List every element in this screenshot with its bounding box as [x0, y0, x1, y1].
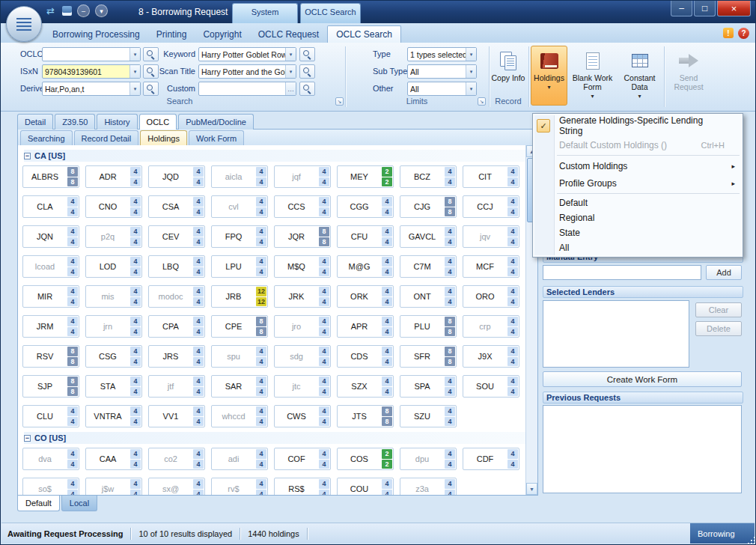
maximize-button[interactable]: □: [694, 1, 716, 16]
holding-cell-whccd[interactable]: whccd44: [211, 405, 268, 427]
holding-cell-cof[interactable]: COF44: [274, 448, 331, 470]
scan-title-input[interactable]: [201, 66, 285, 77]
holding-cell-sdg[interactable]: sdg44: [274, 345, 331, 368]
holding-cell-ont[interactable]: ONT44: [400, 285, 457, 308]
chevron-down-icon[interactable]: ▾: [466, 82, 476, 95]
holding-cell-cgg[interactable]: CGG44: [337, 195, 394, 218]
holding-cell-vv1[interactable]: VV144: [148, 405, 205, 427]
minimize-button[interactable]: –: [671, 1, 692, 16]
close-button[interactable]: ×: [717, 1, 751, 16]
subtab-holdings[interactable]: Holdings: [140, 130, 187, 145]
subtab-searching[interactable]: Searching: [20, 130, 73, 145]
holding-cell-csa[interactable]: CSA44: [148, 195, 205, 218]
holding-cell-jqf[interactable]: jqf44: [274, 165, 331, 188]
holding-cell-mey[interactable]: MEY22: [337, 165, 394, 188]
holding-cell-adr[interactable]: ADR44: [85, 165, 142, 188]
scan-title-search-button[interactable]: [299, 64, 315, 79]
alert-icon[interactable]: !: [723, 28, 734, 38]
holding-cell-sar[interactable]: SAR44: [211, 375, 268, 398]
type-combo[interactable]: ▾: [407, 47, 477, 61]
qat-dropdown-icon[interactable]: ▾: [95, 4, 108, 17]
holding-cell-j9x[interactable]: J9X44: [463, 345, 519, 368]
derived-input[interactable]: [45, 83, 129, 94]
holding-cell-jrs[interactable]: JRS44: [148, 345, 205, 368]
subtab-work-form[interactable]: Work Form: [189, 130, 244, 145]
holding-cell-lcoad[interactable]: lcoad44: [22, 255, 79, 278]
holding-cell-ccs[interactable]: CCS44: [274, 195, 331, 218]
holding-cell-c7m[interactable]: C7M44: [400, 255, 457, 278]
oclc-input[interactable]: [45, 49, 129, 60]
holding-cell-plu[interactable]: PLU88: [400, 315, 457, 338]
tab-history[interactable]: History: [97, 114, 137, 130]
holding-cell-mis[interactable]: mis44: [85, 285, 142, 308]
custom-combo[interactable]: …: [198, 82, 296, 96]
delete-button[interactable]: Delete: [695, 321, 742, 336]
holding-cell-m-g[interactable]: M@G44: [337, 255, 394, 278]
menu-item-profile-groups[interactable]: Profile Groups▸: [534, 174, 741, 192]
holding-cell-ccj[interactable]: CCJ44: [463, 195, 519, 218]
ribbon-tab-copyright[interactable]: Copyright: [195, 25, 249, 43]
derived-combo[interactable]: ▾: [42, 82, 141, 96]
save-icon[interactable]: [62, 6, 72, 16]
holding-cell-jrk[interactable]: JRK44: [274, 285, 331, 308]
holding-cell-mir[interactable]: MIR44: [22, 285, 79, 308]
menu-item-generate-holdings-specific-lending-string[interactable]: ✓Generate Holdings-Specific Lending Stri…: [534, 115, 741, 136]
holding-cell-lod[interactable]: LOD44: [85, 255, 142, 278]
keyword-combo[interactable]: ▾: [198, 47, 296, 61]
chevron-down-icon[interactable]: ▾: [129, 82, 140, 95]
ellipsis-icon[interactable]: …: [285, 82, 296, 95]
chevron-down-icon[interactable]: ▾: [285, 48, 296, 61]
holding-cell-cfu[interactable]: CFU44: [337, 225, 394, 248]
menu-item-custom-holdings[interactable]: Custom Holdings▸: [534, 157, 741, 174]
bottom-tab-local[interactable]: Local: [61, 496, 97, 511]
holding-cell-rsv[interactable]: RSV88: [22, 345, 79, 368]
chevron-down-icon[interactable]: ▾: [129, 48, 140, 61]
holding-cell-lbq[interactable]: LBQ44: [148, 255, 205, 278]
keyword-search-button[interactable]: [299, 47, 315, 61]
help-icon[interactable]: ?: [738, 28, 749, 39]
holding-cell-caa[interactable]: CAA44: [85, 448, 142, 470]
holding-cell-bcz[interactable]: BCZ44: [400, 165, 457, 188]
oclc-combo[interactable]: ▾: [42, 47, 141, 61]
tab-z39-50[interactable]: Z39.50: [55, 114, 95, 130]
holding-cell-oro[interactable]: ORO44: [463, 285, 519, 308]
subtab-record-detail[interactable]: Record Detail: [74, 130, 139, 145]
holding-cell-sx[interactable]: sx@44: [148, 478, 205, 495]
circle-minus-icon[interactable]: –: [77, 4, 90, 17]
constant-data-button[interactable]: Constant Data ▾: [618, 46, 662, 106]
holding-cell-cds[interactable]: CDS44: [337, 345, 394, 368]
manual-entry-input[interactable]: [543, 265, 701, 280]
collapse-icon[interactable]: −: [24, 435, 31, 442]
holding-cell-jts[interactable]: JTS88: [337, 405, 394, 427]
resize-grip-icon[interactable]: [751, 540, 752, 541]
holdings-group-header-co-us[interactable]: −CO [US]: [24, 432, 526, 444]
holding-cell-cpa[interactable]: CPA44: [148, 315, 205, 338]
holding-cell-jrb[interactable]: JRB1212: [211, 285, 268, 308]
holding-cell-aicla[interactable]: aicla44: [211, 165, 268, 188]
holding-cell-crp[interactable]: crp44: [463, 315, 519, 338]
keyword-input[interactable]: [201, 49, 285, 60]
ribbon-tab-oclc-request[interactable]: OCLC Request: [250, 25, 327, 43]
scan-title-combo[interactable]: ▾: [198, 64, 296, 79]
holding-cell-jqd[interactable]: JQD44: [148, 165, 205, 188]
other-combo[interactable]: ▾: [407, 82, 477, 96]
holding-cell-sfr[interactable]: SFR88: [400, 345, 457, 368]
holding-cell-cdf[interactable]: CDF44: [463, 448, 519, 470]
bottom-tab-default[interactable]: Default: [17, 496, 60, 511]
holding-cell-albrs[interactable]: ALBRS88: [22, 165, 79, 188]
sub-type-input[interactable]: [410, 66, 466, 77]
holding-cell-sjp[interactable]: SJP88: [22, 375, 79, 398]
holding-cell-cit[interactable]: CIT44: [463, 165, 519, 188]
holding-cell-lpu[interactable]: LPU44: [211, 255, 268, 278]
menu-item-all[interactable]: All: [534, 240, 741, 255]
holding-cell-jtf[interactable]: jtf44: [148, 375, 205, 398]
selected-lenders-list[interactable]: [543, 300, 689, 368]
holding-cell-cou[interactable]: COU44: [337, 478, 394, 495]
tab-pubmed-docline[interactable]: PubMed/Docline: [178, 114, 254, 130]
holding-cell-cpe[interactable]: CPE88: [211, 315, 268, 338]
blank-work-form-button[interactable]: Blank Work Form ▾: [570, 46, 615, 106]
tab-detail[interactable]: Detail: [17, 114, 53, 130]
search-dialog-launcher-icon[interactable]: ↘: [335, 97, 344, 106]
isxn-combo[interactable]: ▾: [42, 64, 141, 79]
create-work-form-button[interactable]: Create Work Form: [543, 371, 742, 387]
